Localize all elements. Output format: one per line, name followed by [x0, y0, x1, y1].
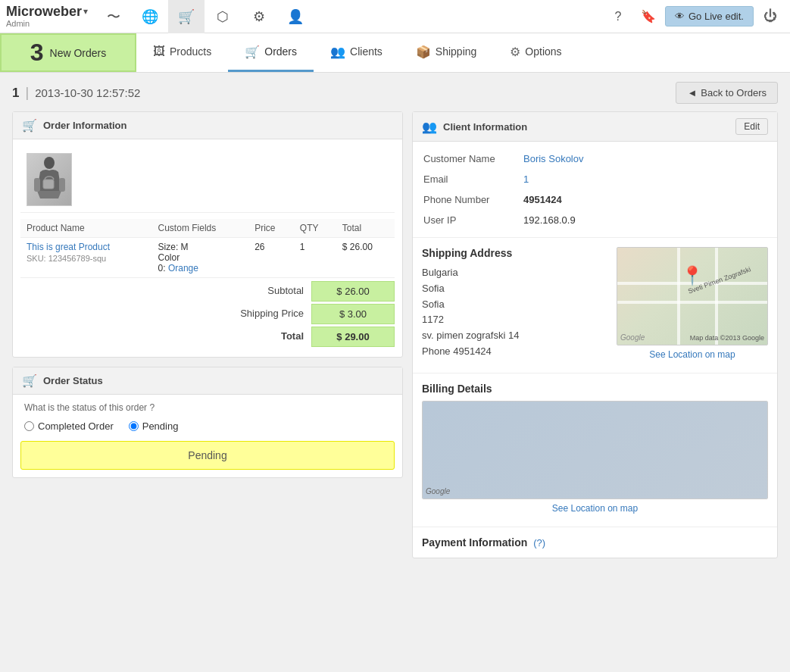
- map-road-v2: [715, 248, 718, 345]
- tab-options-label: Options: [525, 45, 561, 58]
- shipping-country: Bulgaria: [422, 265, 609, 281]
- product-sku: SKU: 123456789-squ: [27, 254, 146, 263]
- analytics-nav-btn[interactable]: 〜: [95, 0, 132, 33]
- sub-nav-tabs: 🖼 Products 🛒 Orders 👥 Clients 📦 Shipping…: [136, 33, 790, 72]
- product-name-link[interactable]: This is great Product: [27, 242, 110, 252]
- right-column: 👥 Client Information Edit Customer Name …: [412, 111, 778, 567]
- table-row: This is great Product SKU: 123456789-squ…: [20, 238, 395, 278]
- left-column: 🛒 Order Information: [12, 111, 403, 487]
- map-road-h2: [617, 301, 767, 304]
- tab-clients-label: Clients: [350, 45, 383, 58]
- email-value: 1: [517, 170, 773, 189]
- completed-label: Completed Order: [38, 420, 114, 432]
- shipping-tab-icon: 📦: [416, 45, 431, 59]
- shipping-city2: Sofia: [422, 297, 609, 313]
- order-status-body: What is the status of this order ? Compl…: [13, 395, 402, 477]
- cart-nav-btn[interactable]: 🛒: [168, 0, 205, 33]
- order-status-panel: 🛒 Order Status What is the status of thi…: [12, 367, 403, 478]
- status-question: What is the status of this order ?: [20, 402, 395, 413]
- pending-label: Pending: [142, 420, 179, 432]
- svg-rect-1: [34, 178, 40, 192]
- col-qty: QTY: [294, 219, 336, 238]
- product-img-placeholder: [27, 154, 71, 205]
- tab-clients[interactable]: 👥 Clients: [314, 33, 399, 72]
- go-live-button[interactable]: 👁 Go Live edit.: [665, 6, 754, 27]
- order-info-body: Product Name Custom Fields Price QTY Tot…: [13, 139, 402, 357]
- help-nav-btn[interactable]: ?: [604, 3, 632, 30]
- ip-label: User IP: [417, 211, 516, 230]
- logo-text: Microweber: [6, 5, 82, 20]
- pending-option[interactable]: Pending: [129, 420, 179, 432]
- tab-shipping[interactable]: 📦 Shipping: [399, 33, 494, 72]
- shipping-address-section: Shipping Address Bulgaria Sofia Sofia 11…: [413, 237, 777, 373]
- subtotal-label: Subtotal: [213, 281, 311, 302]
- see-location-link[interactable]: See Location on map: [645, 345, 738, 364]
- billing-map: Google: [422, 401, 768, 499]
- completed-radio[interactable]: [24, 421, 34, 431]
- color-label: Color: [158, 252, 243, 263]
- sub-navigation: 3 New Orders 🖼 Products 🛒 Orders 👥 Clien…: [0, 33, 790, 73]
- shipping-value: $ 3.00: [311, 304, 395, 324]
- email-row: Email 1: [417, 170, 773, 189]
- order-header: 1 | 2013-10-30 12:57:52 ◄ Back to Orders: [12, 82, 778, 104]
- shipping-street: sv. pimen zografski 14: [422, 328, 609, 344]
- total-label: Total: [213, 327, 311, 347]
- main-content: 1 | 2013-10-30 12:57:52 ◄ Back to Orders…: [0, 73, 790, 577]
- color-value-link[interactable]: Orange: [168, 263, 198, 273]
- logo-dropdown-arrow[interactable]: ▾: [83, 7, 88, 17]
- col-product-name: Product Name: [20, 219, 152, 238]
- billing-map-background: [423, 402, 767, 499]
- globe-nav-btn[interactable]: 🌐: [132, 0, 168, 33]
- col-custom-fields: Custom Fields: [152, 219, 249, 238]
- bookmark-nav-btn[interactable]: 🔖: [635, 3, 662, 30]
- go-live-icon: 👁: [675, 11, 685, 22]
- back-to-orders-button[interactable]: ◄ Back to Orders: [676, 82, 778, 104]
- client-info-title: Client Information: [443, 121, 527, 133]
- phone-value: 4951424: [517, 190, 773, 209]
- tab-products[interactable]: 🖼 Products: [136, 33, 228, 72]
- total-row: Total $ 29.00: [20, 327, 395, 347]
- order-id-date: 1 | 2013-10-30 12:57:52: [12, 85, 140, 101]
- top-navigation: Microweber ▾ Admin 〜 🌐 🛒 ⬡ ⚙ 👤 ? 🔖 👁 Go …: [0, 0, 790, 33]
- workflow-nav-btn[interactable]: ⬡: [205, 0, 241, 33]
- completed-option[interactable]: Completed Order: [24, 420, 114, 432]
- settings-nav-btn[interactable]: ⚙: [241, 0, 277, 33]
- ip-value: 192.168.0.9: [517, 211, 773, 230]
- edit-client-button[interactable]: Edit: [735, 118, 768, 135]
- order-info-panel-header: 🛒 Order Information: [13, 112, 402, 139]
- order-id: 1: [12, 86, 19, 101]
- power-button[interactable]: ⏻: [757, 3, 784, 30]
- billing-see-location-link[interactable]: See Location on map: [422, 499, 768, 517]
- pending-radio[interactable]: [129, 421, 139, 431]
- customer-name-label: Customer Name: [417, 149, 516, 168]
- product-image: [27, 153, 72, 206]
- order-table: Product Name Custom Fields Price QTY Tot…: [20, 219, 395, 278]
- orders-badge-label: New Orders: [50, 47, 107, 59]
- status-pending-button[interactable]: Pending: [20, 441, 395, 470]
- payment-title: Payment Information: [422, 536, 527, 549]
- customer-name-value: Boris Sokolov: [517, 149, 773, 168]
- customer-name-link[interactable]: Boris Sokolov: [523, 153, 583, 164]
- svg-point-0: [44, 157, 55, 169]
- tab-orders[interactable]: 🛒 Orders: [228, 33, 314, 72]
- orders-tab-icon: 🛒: [245, 45, 260, 59]
- shipping-map-container: 📍 Sveti Pimen Zografski Google Map data …: [617, 247, 768, 364]
- map-google-logo: Google: [620, 333, 645, 342]
- back-icon: ◄: [687, 87, 697, 98]
- order-separator: |: [25, 85, 29, 101]
- payment-question-mark[interactable]: (?): [533, 537, 545, 549]
- product-thumbnail-svg: [33, 157, 67, 202]
- email-link[interactable]: 1: [523, 173, 529, 185]
- client-info-header-icon: 👥: [422, 120, 437, 134]
- products-tab-icon: 🖼: [153, 45, 165, 58]
- options-tab-icon: ⚙: [510, 45, 520, 59]
- order-status-panel-header: 🛒 Order Status: [13, 367, 402, 395]
- shipping-phone-label: Phone: [422, 345, 451, 357]
- order-table-head: Product Name Custom Fields Price QTY Tot…: [20, 219, 395, 238]
- client-info-panel: 👥 Client Information Edit Customer Name …: [412, 111, 778, 558]
- tab-options[interactable]: ⚙ Options: [493, 33, 578, 72]
- order-info-header-icon: 🛒: [22, 118, 37, 133]
- map-background: 📍 Sveti Pimen Zografski Google Map data …: [617, 248, 767, 345]
- users-nav-btn[interactable]: 👤: [277, 0, 314, 33]
- payment-information-section: Payment Information (?): [413, 527, 777, 558]
